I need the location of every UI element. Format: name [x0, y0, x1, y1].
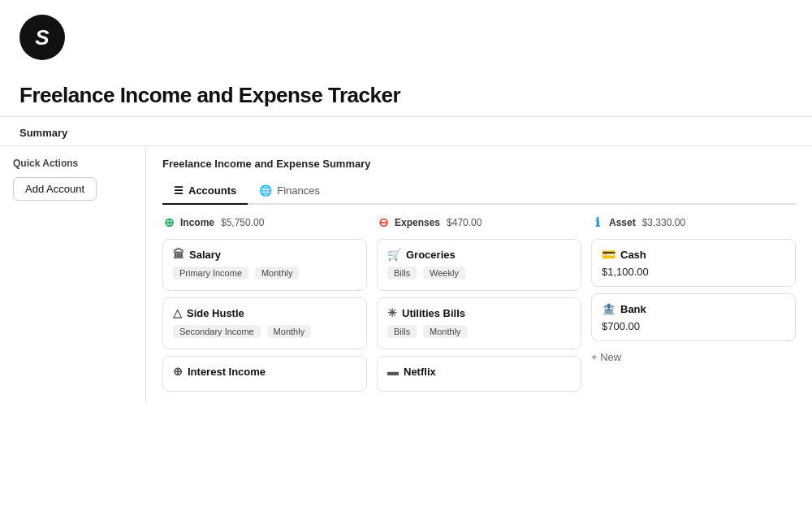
logo-symbol: S: [35, 25, 49, 50]
groceries-tag-2: Weekly: [423, 266, 465, 280]
bank-amount: $700.00: [602, 320, 785, 332]
salary-name: Salary: [189, 249, 221, 261]
cash-card: 💳 Cash $1,100.00: [591, 239, 796, 287]
content-area: Quick Actions Add Account Freelance Inco…: [0, 146, 812, 403]
income-amount: $5,750.00: [221, 217, 264, 228]
asset-column-header: ℹ Asset $3,330.00: [591, 216, 796, 229]
logo: S: [19, 15, 65, 60]
side-hustle-header: △ Side Hustle: [173, 306, 356, 319]
groceries-name: Groceries: [406, 249, 456, 261]
asset-amount: $3,330.00: [642, 217, 685, 228]
sidebar: Quick Actions Add Account: [0, 146, 146, 403]
cash-name: Cash: [620, 249, 646, 261]
finances-tab-label: Finances: [277, 184, 320, 197]
netflix-icon: ▬: [387, 365, 399, 378]
expenses-amount: $470.00: [447, 217, 482, 228]
utilities-tags: Bills Monthly: [387, 324, 571, 340]
income-column-header: ⊕ Income $5,750.00: [162, 216, 367, 229]
tabs: ☰ Accounts 🌐 Finances: [162, 180, 796, 205]
interest-income-name: Interest Income: [188, 366, 266, 378]
netflix-name: Netflix: [404, 366, 436, 378]
side-hustle-icon: △: [173, 306, 182, 319]
salary-tag-2: Monthly: [255, 266, 300, 280]
asset-header-icon: ℹ: [591, 216, 604, 229]
new-asset-link[interactable]: + New: [591, 348, 796, 366]
salary-tags: Primary Income Monthly: [173, 266, 356, 282]
groceries-tag-1: Bills: [387, 266, 417, 280]
utilities-tag-1: Bills: [387, 325, 417, 338]
page: S Freelance Income and Expense Tracker S…: [0, 0, 812, 507]
netflix-header: ▬ Netflix: [387, 365, 571, 378]
main-content: Freelance Income and Expense Summary ☰ A…: [146, 146, 812, 403]
top-bar: S: [0, 0, 812, 70]
netflix-card: ▬ Netflix: [377, 356, 581, 392]
side-hustle-tag-2: Monthly: [267, 325, 312, 338]
utilities-header: ✳ Utilities Bills: [387, 306, 571, 319]
asset-column: ℹ Asset $3,330.00 💳 Cash $1,100.00 �: [591, 216, 796, 392]
main-section-title: Freelance Income and Expense Summary: [162, 158, 796, 170]
utilities-card: ✳ Utilities Bills Bills Monthly: [377, 297, 581, 349]
finances-tab-icon: 🌐: [259, 184, 272, 197]
income-label: Income: [180, 217, 214, 228]
bank-header: 🏦 Bank: [602, 302, 785, 315]
bank-name: Bank: [620, 303, 646, 315]
asset-label: Asset: [609, 217, 636, 228]
utilities-icon: ✳: [387, 306, 397, 319]
cash-icon: 💳: [602, 248, 615, 261]
groceries-card: 🛒 Groceries Bills Weekly: [377, 239, 581, 291]
side-hustle-tags: Secondary Income Monthly: [173, 324, 356, 340]
bank-card: 🏦 Bank $700.00: [591, 293, 796, 341]
salary-card: 🏛 Salary Primary Income Monthly: [162, 239, 367, 291]
side-hustle-name: Side Hustle: [187, 307, 244, 319]
expenses-header-icon: ⊖: [377, 216, 390, 229]
add-account-button[interactable]: Add Account: [13, 177, 97, 201]
cash-amount: $1,100.00: [602, 266, 785, 278]
summary-label: Summary: [0, 117, 812, 145]
utilities-tag-2: Monthly: [423, 325, 468, 338]
page-title-section: Freelance Income and Expense Tracker: [0, 70, 812, 116]
groceries-tags: Bills Weekly: [387, 266, 571, 282]
side-hustle-tag-1: Secondary Income: [173, 325, 261, 338]
new-asset-label: + New: [591, 351, 621, 363]
utilities-name: Utilities Bills: [402, 307, 465, 319]
accounts-tab-label: Accounts: [188, 184, 236, 197]
expenses-label: Expenses: [395, 217, 440, 228]
bank-icon: 🏦: [602, 302, 615, 315]
cash-header: 💳 Cash: [602, 248, 785, 261]
side-hustle-card: △ Side Hustle Secondary Income Monthly: [162, 297, 367, 349]
salary-tag-1: Primary Income: [173, 266, 248, 280]
sidebar-heading: Quick Actions: [13, 158, 132, 169]
income-header-icon: ⊕: [162, 216, 175, 229]
accounts-grid: ⊕ Income $5,750.00 🏛 Salary Primary Inco…: [162, 216, 796, 392]
salary-icon: 🏛: [173, 248, 184, 261]
expenses-column: ⊖ Expenses $470.00 🛒 Groceries Bills Wee…: [377, 216, 581, 392]
interest-income-header: ⊕ Interest Income: [173, 365, 356, 378]
page-title: Freelance Income and Expense Tracker: [19, 83, 793, 108]
interest-income-icon: ⊕: [173, 365, 183, 378]
expenses-column-header: ⊖ Expenses $470.00: [377, 216, 581, 229]
groceries-header: 🛒 Groceries: [387, 248, 571, 261]
tab-accounts[interactable]: ☰ Accounts: [162, 180, 248, 205]
interest-income-card: ⊕ Interest Income: [162, 356, 367, 392]
income-column: ⊕ Income $5,750.00 🏛 Salary Primary Inco…: [162, 216, 367, 392]
salary-header: 🏛 Salary: [173, 248, 356, 261]
accounts-tab-icon: ☰: [174, 184, 184, 197]
tab-finances[interactable]: 🌐 Finances: [248, 180, 331, 205]
groceries-icon: 🛒: [387, 248, 401, 261]
